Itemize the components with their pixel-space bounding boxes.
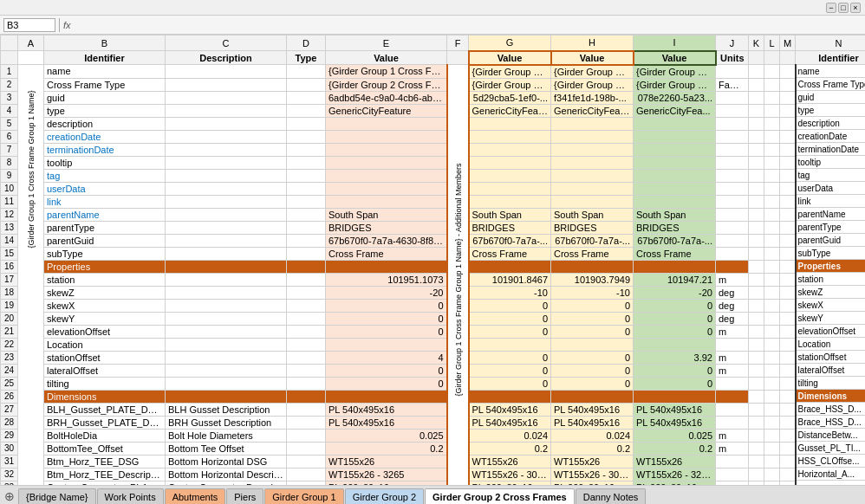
value-cell: {Girder Group 1 Cross Frame Group 1 - Fr… [326,65,447,79]
identifier-cell: BoltHoleDia [44,429,166,442]
col-k-cell [749,65,764,79]
close-btn[interactable]: × [850,3,861,13]
tab-piers[interactable]: Piers [226,488,263,504]
tab-girder-group-2-cross-frames[interactable]: Girder Group 2 Cross Frames [425,488,575,504]
col-header-h[interactable]: H [551,36,634,51]
col-header-m[interactable]: M [780,36,796,51]
minimize-btn[interactable]: − [826,3,836,13]
formula-bar: fx type [0,16,865,35]
col-l-cell [764,377,780,390]
col-l-cell [764,442,780,455]
table-row: 24lateralOffset0000m [1,364,866,377]
value-cell: GenericCityFeature [326,104,447,117]
col-l-cell [764,117,780,130]
units-cell [716,260,749,273]
identifier-cell: Cross Frame Type [44,78,166,91]
col-header-g[interactable]: G [469,36,551,51]
units-cell [716,156,749,169]
col-header-c[interactable]: C [166,36,287,51]
value-i-cell [634,182,716,195]
description-cell [166,260,287,273]
col-header-e[interactable]: E [326,36,447,51]
identifier-cell: tooltip [44,156,166,169]
col-l-cell [764,182,780,195]
value-cell [326,390,447,403]
col-k-cell [749,377,764,390]
row-number: 28 [1,416,18,429]
frozen-value-g: Value [469,51,551,65]
col-l-cell [764,455,780,468]
value-h-cell: 0.024 [551,429,634,442]
tab-work-points[interactable]: Work Points [97,488,164,504]
description-cell: Bottom Horizontal DSG [166,455,287,468]
identifier-cell: stationOffset [44,351,166,364]
col-header-d[interactable]: D [287,36,326,51]
type-cell [287,130,326,143]
value-g-cell: {Girder Group 1 ... [469,65,551,79]
value-cell [326,143,447,156]
col-header-f[interactable]: F [447,36,469,51]
value-h-cell [551,117,634,130]
value-h-cell: 67b670f0-7a7a-... [551,234,634,247]
table-row: 15subTypeCross FrameCross FrameCross Fra… [1,247,866,260]
tab-add-btn[interactable]: ⊕ [2,488,17,504]
col-m-cell [780,78,796,91]
tab-danny-notes[interactable]: Danny Notes [576,488,647,504]
frozen-value: Value [326,51,447,65]
value-cell: PL 220x80x16 [326,481,447,485]
col-l-cell [764,91,780,104]
col-m-cell [780,208,796,221]
value-h-cell: 0 [551,351,634,364]
tab-girder-group-1[interactable]: Girder Group 1 [264,488,343,504]
col-header-b[interactable]: B [44,36,166,51]
grid-scroll[interactable]: A B C D E F G H I J K L M N [0,35,865,485]
value-h-cell: {Girder Group 2 ... [551,78,634,91]
col-l-cell [764,390,780,403]
col-header-k[interactable]: K [749,36,764,51]
table-row: 2Cross Frame Type{Girder Group 2 Cross F… [1,78,866,91]
col-a-cell [18,273,44,403]
col-k-cell [749,390,764,403]
value-cell [326,182,447,195]
row-number: 19 [1,299,18,312]
value-g-cell [469,117,551,130]
value-cell: 4 [326,351,447,364]
value-h-cell: 0 [551,364,634,377]
table-row: 19skewX0000deg [1,299,866,312]
col-k-cell [749,338,764,351]
units-cell: deg [716,286,749,299]
col-header-j[interactable]: J [716,36,749,51]
value-h-cell [551,338,634,351]
col-m-cell [780,416,796,429]
col-header-l[interactable]: L [764,36,780,51]
type-cell [287,377,326,390]
restore-btn[interactable]: □ [838,3,849,13]
value-cell: WT155x26 - 3265 [326,468,447,481]
units-cell [716,247,749,260]
name-box[interactable] [3,18,55,32]
col-l-cell [764,403,780,416]
description-cell [166,351,287,364]
value-h-cell: 0 [551,325,634,338]
units-cell: m [716,351,749,364]
value-g-cell: WT155x26 - 308... [469,468,551,481]
col-m-cell [780,442,796,455]
value-g-cell: South Span [469,208,551,221]
units-cell [716,208,749,221]
units-cell [716,468,749,481]
tab-bridge-name[interactable]: {Bridge Name} [18,488,96,504]
table-row: 26Dimensions [1,390,866,403]
formula-input[interactable]: type [75,20,862,30]
col-header-i[interactable]: I [634,36,716,51]
right-identifier-cell: nameCross Frame Typeguidtypedescriptionc… [796,65,866,486]
col-l-cell [764,247,780,260]
col-header-a[interactable]: A [18,36,44,51]
type-cell [287,260,326,273]
type-cell [287,78,326,91]
tab-abutments[interactable]: Abutments [165,488,226,504]
col-k-cell [749,208,764,221]
col-header-n[interactable]: N [796,36,866,51]
tab-girder-group-2[interactable]: Girder Group 2 [345,488,424,504]
value-i-cell [634,156,716,169]
units-cell: m [716,273,749,286]
